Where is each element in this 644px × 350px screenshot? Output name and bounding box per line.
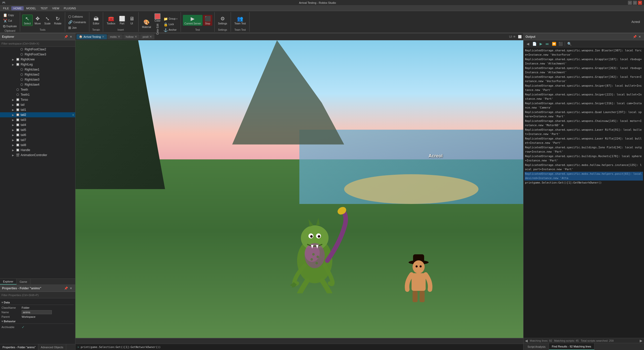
copy-button[interactable]: 📋 Copy <box>2 13 18 18</box>
output-stop-button[interactable]: ⬛ <box>558 41 563 47</box>
current-server-button[interactable]: ▶ Current Server <box>183 15 203 26</box>
maximize-button[interactable]: □ <box>633 1 637 5</box>
tree-expand-arrow[interactable]: ▶ <box>12 154 16 157</box>
properties-tab-properties[interactable]: Properties - Folder "anims" <box>0 344 38 350</box>
output-close-button[interactable]: ✕ <box>637 34 642 39</box>
tree-item[interactable]: ⬡Rightclaw4 <box>0 82 75 87</box>
select-button[interactable]: ↖ Select <box>22 15 33 26</box>
output-scroll-right[interactable]: ▶ <box>640 339 642 343</box>
output-step-button[interactable]: ⏭ <box>545 41 550 47</box>
output-run-button[interactable]: ▶ <box>538 41 544 47</box>
tree-item[interactable]: ▶🔲RightLeg <box>0 62 75 67</box>
explorer-tab-game[interactable]: Game <box>17 279 30 285</box>
tree-item[interactable]: ⬡Teeth <box>0 87 75 92</box>
part-button[interactable]: ⬜ Part <box>117 15 127 26</box>
duplicate-button[interactable]: ⧉ Duplicate <box>2 24 18 29</box>
viewport-ui-toggle[interactable]: UI 👁 <box>509 34 516 39</box>
viewport-tab-arrival[interactable]: 🏠 Arrival Testing ✕ <box>76 34 107 39</box>
tree-expand-arrow[interactable]: ▶ <box>12 129 16 131</box>
explorer-pin-button[interactable]: 📌 <box>64 34 68 39</box>
explorer-tab-explorer[interactable]: Explorer <box>0 279 17 285</box>
tree-item[interactable]: ▶🔲tail8 <box>0 143 75 148</box>
tree-item[interactable]: ▶🔲tail5 <box>0 127 75 132</box>
hollow-tab-close[interactable]: ✕ <box>135 35 137 39</box>
tree-expand-arrow[interactable]: ▶ <box>12 119 16 121</box>
terrain-editor-button[interactable]: 🏔 Editor <box>91 15 101 26</box>
output-pin-button[interactable]: 📌 <box>632 34 637 39</box>
constraints-button[interactable]: 🔗 Constraints <box>67 20 87 25</box>
material-button[interactable]: 🎨 Material <box>141 18 153 29</box>
output-content[interactable]: ReplicatedStorage.shared.specific.weapon… <box>524 47 644 338</box>
tree-item[interactable]: ⬡Teeth1 <box>0 92 75 97</box>
arrival-tab-close[interactable]: ✕ <box>102 35 104 39</box>
properties-pin-button[interactable]: 📌 <box>64 286 68 291</box>
tree-item[interactable]: ▶🔲tail <box>0 102 75 107</box>
tree-item[interactable]: ⬡Rightclaw2 <box>0 72 75 77</box>
lock-button[interactable]: 🔒 Lock <box>163 22 179 27</box>
tree-expand-arrow[interactable]: ▶ <box>12 134 16 136</box>
tree-item[interactable]: ▶🔲tail2+ <box>0 112 75 117</box>
tree-item[interactable]: ▶🎬AnimationController <box>0 153 75 158</box>
output-search-button[interactable]: 🔍 <box>567 41 572 47</box>
scale-button[interactable]: ⤡ Scale <box>43 15 52 26</box>
viewport-tab-hollow[interactable]: hollow ✕ <box>123 34 140 39</box>
output-tab-find-results[interactable]: Find Results - 92 Matching lines <box>549 343 595 350</box>
move-button[interactable]: ✥ Move <box>33 15 42 26</box>
tree-expand-arrow[interactable]: ▶ <box>12 124 16 126</box>
posit-tab-close[interactable]: ✕ <box>149 35 152 39</box>
explorer-filter-input[interactable] <box>2 42 74 45</box>
prop-name-input[interactable] <box>22 310 52 314</box>
group-button[interactable]: 📁 Group ▾ <box>163 16 179 21</box>
output-script-button[interactable]: 📄 <box>532 41 537 47</box>
tree-expand-arrow[interactable]: ▶ <box>12 103 16 106</box>
output-tab-script-analysis[interactable]: Script Analysis <box>525 343 549 350</box>
tree-item[interactable]: ⬡Rightclaw3 <box>0 77 75 82</box>
explorer-close-button[interactable]: ✕ <box>69 34 73 39</box>
tree-expand-arrow[interactable]: ▶ <box>12 139 16 142</box>
viewport[interactable]: Acreol <box>75 40 523 338</box>
data-section[interactable]: Data <box>2 300 74 305</box>
minimize-button[interactable]: ─ <box>628 1 632 5</box>
tree-item[interactable]: ⬡RightFootClaw2 <box>0 47 75 52</box>
output-scroll-left[interactable]: ◀ <box>525 339 528 343</box>
join-button[interactable]: ⊞ Join <box>67 25 87 30</box>
tree-item[interactable]: ⬡RightFootClaw3 <box>0 52 75 57</box>
tree-expand-arrow[interactable]: ▶ <box>12 63 16 66</box>
tree-item[interactable]: ▶🔲tail4 <box>0 122 75 127</box>
toolbox-button[interactable]: 🧰 Toolbox <box>105 15 117 26</box>
cut-button[interactable]: ✂️ Cut <box>2 18 18 23</box>
menu-plugins[interactable]: PLUGINS <box>62 6 78 10</box>
tree-item[interactable]: ⬡Rightclaw1 <box>0 67 75 72</box>
output-continue-button[interactable]: ⏩ <box>551 41 557 47</box>
rotate-button[interactable]: ↻ Rotate <box>53 15 63 26</box>
ui-button[interactable]: 🖥 UI <box>127 15 136 26</box>
color-button[interactable]: Color <box>153 13 162 23</box>
tree-expand-arrow[interactable]: ▶ <box>12 149 16 152</box>
tree-item[interactable]: ▶🔲Handle <box>0 148 75 153</box>
tree-item[interactable]: ▶🔲tail1 <box>0 107 75 112</box>
tree-expand-arrow[interactable]: ▶ <box>12 144 16 147</box>
viewport-fullscreen[interactable]: ⬜ <box>517 34 522 39</box>
menu-file[interactable]: FILE <box>1 6 11 10</box>
properties-tab-advanced[interactable]: Advanced Objects <box>38 344 66 350</box>
viewport-tab-posit[interactable]: posit ✕ <box>140 34 154 39</box>
behavior-section[interactable]: Behavior <box>2 319 74 324</box>
close-button[interactable]: ✕ <box>638 1 642 5</box>
viewport-tab-mobs[interactable]: mobs ✕ <box>107 34 123 39</box>
output-prev-button[interactable]: ◀ <box>525 41 531 47</box>
mobs-tab-close[interactable]: ✕ <box>118 35 120 39</box>
tree-item[interactable]: ▶🔲tail7 <box>0 137 75 143</box>
settings-button[interactable]: ⚙ Settings <box>217 15 229 26</box>
properties-filter-input[interactable] <box>2 294 74 297</box>
stop-button[interactable]: ⬛ Stop <box>203 15 212 26</box>
anchor-button[interactable]: ⚓ Anchor <box>163 27 179 32</box>
tree-expand-arrow[interactable]: ▶ <box>12 109 16 111</box>
prop-archivable-checkbox[interactable]: ✓ <box>22 325 25 329</box>
tree-item[interactable]: ▶🔲tail3 <box>0 117 75 122</box>
properties-close-button[interactable]: ✕ <box>69 286 73 291</box>
tree-item[interactable]: ▶🔲RightKnee <box>0 57 75 62</box>
tree-expand-arrow[interactable]: ▶ <box>12 98 16 101</box>
collisions-button[interactable]: ⬡ Collisions <box>67 14 87 19</box>
tree-expand-arrow[interactable]: ▶ <box>12 58 16 61</box>
tree-item-add-button[interactable]: + <box>72 113 74 117</box>
